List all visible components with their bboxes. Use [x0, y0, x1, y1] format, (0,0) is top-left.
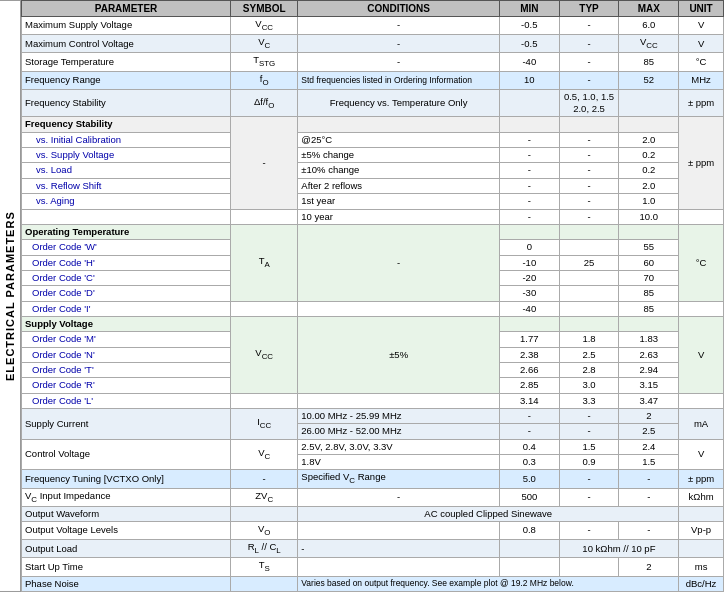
param-symbol: VC — [231, 35, 298, 53]
param-symbol: - — [231, 117, 298, 209]
param-max: - — [619, 488, 679, 506]
param-name: Frequency Stability — [22, 89, 231, 117]
param-unit — [679, 209, 724, 224]
param-min: 3.14 — [499, 393, 559, 408]
param-max: 3.47 — [619, 393, 679, 408]
param-min: -40 — [499, 301, 559, 316]
param-name: Order Code 'M' — [22, 332, 231, 347]
param-name: Order Code 'H' — [22, 255, 231, 270]
param-unit: °C — [679, 53, 724, 71]
param-min: 0.3 — [499, 455, 559, 470]
param-typ — [559, 224, 619, 239]
header-conditions: CONDITIONS — [298, 1, 500, 17]
electrical-parameters-table: ELECTRICAL PARAMETERS PARAMETER SYMBOL C… — [0, 0, 724, 592]
table-row: vs. Aging 1st year - - 1.0 — [22, 194, 724, 209]
param-max: 2.4 — [619, 439, 679, 454]
param-conditions: 10.00 MHz - 25.99 MHz — [298, 408, 500, 423]
param-name: vs. Initial Calibration — [22, 132, 231, 147]
table-row: Frequency Stability - ± ppm — [22, 117, 724, 132]
param-conditions: - — [298, 488, 500, 506]
param-conditions: - — [298, 540, 500, 558]
param-conditions — [298, 301, 500, 316]
table-row: vs. Load ±10% change - - 0.2 — [22, 163, 724, 178]
param-unit: V — [679, 35, 724, 53]
param-typ: - — [559, 424, 619, 439]
param-conditions: Varies based on output frequency. See ex… — [298, 576, 679, 591]
table-row: Maximum Supply Voltage VCC - -0.5 - 6.0 … — [22, 17, 724, 35]
param-max: 2.94 — [619, 362, 679, 377]
param-symbol — [231, 209, 298, 224]
param-symbol — [231, 301, 298, 316]
table-row: Operating Temperature TA - °C — [22, 224, 724, 239]
param-typ: 2.8 — [559, 362, 619, 377]
param-unit — [679, 301, 724, 316]
param-min: - — [499, 178, 559, 193]
table-row: vs. Reflow Shift After 2 reflows - - 2.0 — [22, 178, 724, 193]
param-name: Maximum Supply Voltage — [22, 17, 231, 35]
table-row: Frequency Tuning [VCTXO Only] - Specifie… — [22, 470, 724, 488]
param-conditions — [298, 393, 500, 408]
param-symbol: TA — [231, 224, 298, 301]
param-min — [499, 89, 559, 117]
param-conditions — [298, 522, 500, 540]
param-max: 2 — [619, 408, 679, 423]
param-name: Maximum Control Voltage — [22, 35, 231, 53]
param-min: 5.0 — [499, 470, 559, 488]
param-conditions: 26.00 MHz - 52.00 MHz — [298, 424, 500, 439]
param-name: Operating Temperature — [22, 224, 231, 239]
param-name: vs. Reflow Shift — [22, 178, 231, 193]
param-conditions: 10 year — [298, 209, 500, 224]
param-unit: Vp-p — [679, 522, 724, 540]
param-typ: - — [559, 132, 619, 147]
param-conditions: Std frequencies listed in Ordering Infor… — [298, 71, 500, 89]
param-conditions: AC coupled Clipped Sinewave — [298, 506, 679, 521]
param-min: - — [499, 209, 559, 224]
table-row: Supply Current ICC 10.00 MHz - 25.99 MHz… — [22, 408, 724, 423]
param-unit: ± ppm — [679, 470, 724, 488]
param-symbol: VCC — [231, 316, 298, 393]
param-conditions — [298, 558, 500, 576]
header-symbol: SYMBOL — [231, 1, 298, 17]
param-max: 85 — [619, 53, 679, 71]
table-row: Order Code 'L' 3.14 3.3 3.47 — [22, 393, 724, 408]
param-symbol — [231, 506, 298, 521]
param-min: -10 — [499, 255, 559, 270]
table-row: Output Load RL // CL - 10 kΩhm // 10 pF — [22, 540, 724, 558]
param-symbol: ZVC — [231, 488, 298, 506]
param-max: 1.0 — [619, 194, 679, 209]
param-typ: - — [559, 53, 619, 71]
param-name: Order Code 'W' — [22, 240, 231, 255]
param-min: -30 — [499, 286, 559, 301]
param-typ: 3.0 — [559, 378, 619, 393]
param-conditions: - — [298, 224, 500, 301]
param-name: vs. Load — [22, 163, 231, 178]
param-conditions: After 2 reflows — [298, 178, 500, 193]
param-conditions: - — [298, 17, 500, 35]
param-typ — [559, 301, 619, 316]
param-unit — [679, 540, 724, 558]
param-max: 2.5 — [619, 424, 679, 439]
param-max: 1.83 — [619, 332, 679, 347]
param-typ: 2.5 — [559, 347, 619, 362]
param-symbol: TS — [231, 558, 298, 576]
param-unit: dBc/Hz — [679, 576, 724, 591]
param-min: 2.66 — [499, 362, 559, 377]
param-symbol: VCC — [231, 17, 298, 35]
param-typ: - — [559, 209, 619, 224]
param-typ: 0.5, 1.0, 1.5 2.0, 2.5 — [559, 89, 619, 117]
param-max: 2 — [619, 558, 679, 576]
param-unit — [679, 393, 724, 408]
param-max: 1.5 — [619, 455, 679, 470]
param-conditions: 1.8V — [298, 455, 500, 470]
param-max: 52 — [619, 71, 679, 89]
param-name: Order Code 'R' — [22, 378, 231, 393]
param-name: Order Code 'L' — [22, 393, 231, 408]
param-typ: 25 — [559, 255, 619, 270]
param-typ: - — [559, 488, 619, 506]
param-typ: 0.9 — [559, 455, 619, 470]
param-typ — [559, 286, 619, 301]
param-min: - — [499, 148, 559, 163]
param-typ — [559, 558, 619, 576]
table-row: Start Up Time TS 2 ms — [22, 558, 724, 576]
param-min: -0.5 — [499, 35, 559, 53]
